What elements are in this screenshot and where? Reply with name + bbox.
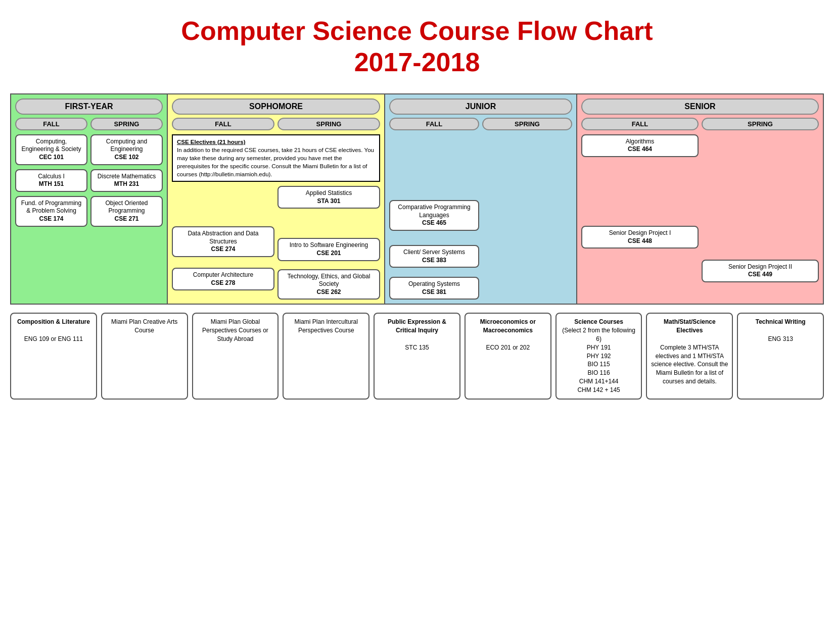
senior-semester-headers: FALL SPRING bbox=[581, 118, 819, 130]
cse271-box: Object Oriented Programming CSE 271 bbox=[90, 196, 163, 227]
math-stat-box: Math/Stat/Science Electives Complete 3 M… bbox=[646, 313, 733, 399]
fy-semester-headers: FALL SPRING bbox=[15, 118, 163, 130]
public-expression-label: Public Expression & Critical Inquiry bbox=[378, 318, 456, 335]
year-sections: FIRST-YEAR FALL SPRING Computing, Engine… bbox=[10, 93, 824, 305]
cse464-name: Algorithms bbox=[586, 138, 694, 146]
cse464-code: CSE 464 bbox=[586, 145, 694, 154]
junior-spring-col bbox=[482, 134, 572, 300]
miami-global-label: Miami Plan Global Perspectives Courses o… bbox=[196, 318, 275, 343]
junior-semester-content: Comparative Programming Languages CSE 46… bbox=[389, 134, 572, 300]
junior-header: JUNIOR bbox=[389, 98, 572, 115]
science-course-item: BIO 115 bbox=[560, 360, 638, 369]
cse102-box: Computing and Engineering CSE 102 bbox=[90, 134, 163, 165]
soph-semester-content: Data Abstraction and Data Structures CSE… bbox=[172, 186, 380, 300]
mth231-name: Discrete Mathematics bbox=[95, 173, 158, 181]
junior-fall-col: Comparative Programming Languages CSE 46… bbox=[389, 134, 479, 300]
cse201-name: Intro to Software Engineering bbox=[282, 241, 376, 250]
cse449-box: Senior Design Project II CSE 449 bbox=[702, 260, 819, 282]
cse383-box: Client/ Server Systems CSE 383 bbox=[389, 245, 479, 268]
cse383-name: Client/ Server Systems bbox=[394, 249, 475, 257]
sta301-code: STA 301 bbox=[282, 197, 376, 206]
cse274-box: Data Abstraction and Data Structures CSE… bbox=[172, 226, 274, 257]
cse278-box: Computer Architecture CSE 278 bbox=[172, 268, 274, 290]
miami-creative-label: Miami Plan Creative Arts Course bbox=[105, 318, 184, 335]
senior-header: SENIOR bbox=[581, 98, 819, 115]
page-container: Computer Science Course Flow Chart 2017-… bbox=[10, 15, 824, 400]
science-course-item: BIO 116 bbox=[560, 369, 638, 377]
sta301-box: Applied Statistics STA 301 bbox=[277, 186, 380, 209]
public-expression-code: STC 135 bbox=[378, 343, 456, 352]
cse274-name: Data Abstraction and Data Structures bbox=[176, 230, 270, 245]
sta301-name: Applied Statistics bbox=[282, 189, 376, 197]
sophomore-col: SOPHOMORE FALL SPRING CSE Electives (21 … bbox=[168, 94, 385, 304]
cse465-box: Comparative Programming Languages CSE 46… bbox=[389, 200, 479, 231]
first-year-header: FIRST-YEAR bbox=[15, 98, 163, 115]
mth151-code: MTH 151 bbox=[20, 180, 83, 188]
science-courses-list: PHY 191PHY 192BIO 115BIO 116CHM 141+144C… bbox=[560, 343, 638, 394]
science-course-item: PHY 192 bbox=[560, 352, 638, 361]
cse262-name: Technology, Ethics, and Global Society bbox=[282, 273, 376, 288]
fy-spring-header: SPRING bbox=[90, 118, 163, 130]
cse465-name: Comparative Programming Languages bbox=[394, 204, 475, 219]
public-expression-box: Public Expression & Critical Inquiry STC… bbox=[374, 313, 460, 399]
junior-spring-header: SPRING bbox=[482, 118, 572, 130]
miami-intercultural-box: Miami Plan Intercultural Perspectives Co… bbox=[283, 313, 369, 399]
microeconomics-label: Microeconomics or Macroeconomics bbox=[469, 318, 547, 335]
miami-intercultural-label: Miami Plan Intercultural Perspectives Co… bbox=[287, 318, 365, 335]
cse449-name: Senior Design Project II bbox=[706, 263, 814, 271]
cse381-box: Operating Systems CSE 381 bbox=[389, 277, 479, 300]
cse201-code: CSE 201 bbox=[282, 250, 376, 258]
cse449-code: CSE 449 bbox=[706, 271, 814, 279]
cse274-code: CSE 274 bbox=[176, 245, 270, 254]
cse174-code: CSE 174 bbox=[20, 215, 83, 223]
cse278-name: Computer Architecture bbox=[176, 271, 270, 279]
bottom-row: Composition & Literature ENG 109 or ENG … bbox=[10, 313, 824, 399]
soph-fall-header: FALL bbox=[172, 118, 274, 130]
mth151-box: Calculus I MTH 151 bbox=[15, 169, 87, 192]
senior-semester-content: Algorithms CSE 464 Senior Design Project… bbox=[581, 134, 819, 300]
cse271-code: CSE 271 bbox=[95, 215, 158, 223]
fy-fall-header: FALL bbox=[15, 118, 87, 130]
comp-lit-courses: ENG 109 or ENG 111 bbox=[14, 335, 93, 343]
cse262-code: CSE 262 bbox=[282, 288, 376, 296]
science-course-item: PHY 191 bbox=[560, 343, 638, 352]
fy-fall-col: Computing, Engineering & Society CEC 101… bbox=[15, 134, 87, 300]
cse465-code: CSE 465 bbox=[394, 219, 475, 227]
soph-fall-col: Data Abstraction and Data Structures CSE… bbox=[172, 186, 274, 300]
science-box: Science Courses (Select 2 from the follo… bbox=[555, 313, 642, 399]
electives-banner: CSE Electives (21 hours) In addition to … bbox=[172, 134, 380, 182]
comp-lit-box: Composition & Literature ENG 109 or ENG … bbox=[10, 313, 97, 399]
soph-semester-headers: FALL SPRING bbox=[172, 118, 380, 130]
junior-col: JUNIOR FALL SPRING Comparative Programmi… bbox=[385, 94, 577, 304]
electives-text: In addition to the required CSE courses,… bbox=[177, 147, 374, 177]
senior-spring-col: Senior Design Project II CSE 449 bbox=[702, 134, 819, 300]
mth231-code: MTH 231 bbox=[95, 180, 158, 188]
cse448-name: Senior Design Project I bbox=[586, 229, 694, 237]
fy-semester-content: Computing, Engineering & Society CEC 101… bbox=[15, 134, 163, 300]
miami-creative-box: Miami Plan Creative Arts Course bbox=[101, 313, 188, 399]
mth151-name: Calculus I bbox=[20, 173, 83, 181]
cse448-box: Senior Design Project I CSE 448 bbox=[581, 226, 699, 249]
cse464-box: Algorithms CSE 464 bbox=[581, 134, 699, 157]
senior-fall-header: FALL bbox=[581, 118, 699, 130]
cse383-code: CSE 383 bbox=[394, 257, 475, 265]
math-stat-label: Math/Stat/Science Electives bbox=[650, 318, 729, 335]
comp-lit-label: Composition & Literature bbox=[14, 318, 93, 326]
soph-spring-header: SPRING bbox=[277, 118, 380, 130]
fy-spring-col: Computing and Engineering CSE 102 Discre… bbox=[90, 134, 163, 300]
page-title: Computer Science Course Flow Chart 2017-… bbox=[10, 15, 824, 78]
technical-writing-box: Technical Writing ENG 313 bbox=[737, 313, 824, 399]
mth231-box: Discrete Mathematics MTH 231 bbox=[90, 169, 163, 192]
senior-spring-header: SPRING bbox=[702, 118, 819, 130]
electives-title: CSE Electives (21 hours) bbox=[177, 139, 246, 145]
math-stat-sublabel: Complete 3 MTH/STA electives and 1 MTH/S… bbox=[650, 343, 729, 386]
cec101-name: Computing, Engineering & Society bbox=[20, 138, 83, 154]
cse381-name: Operating Systems bbox=[394, 280, 475, 288]
soph-spring-col: Applied Statistics STA 301 Intro to Soft… bbox=[277, 186, 380, 300]
cse278-code: CSE 278 bbox=[176, 279, 270, 287]
cse174-box: Fund. of Programming & Problem Solving C… bbox=[15, 196, 87, 227]
senior-col: SENIOR FALL SPRING Algorithms CSE 464 Se… bbox=[577, 94, 823, 304]
science-course-item: CHM 142 + 145 bbox=[560, 386, 638, 394]
cse262-box: Technology, Ethics, and Global Society C… bbox=[277, 269, 380, 300]
cec101-code: CEC 101 bbox=[20, 154, 83, 162]
